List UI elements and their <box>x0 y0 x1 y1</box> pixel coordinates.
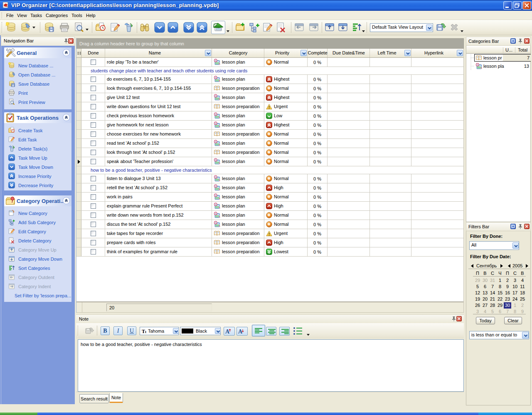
svg-text:A: A <box>225 329 230 335</box>
